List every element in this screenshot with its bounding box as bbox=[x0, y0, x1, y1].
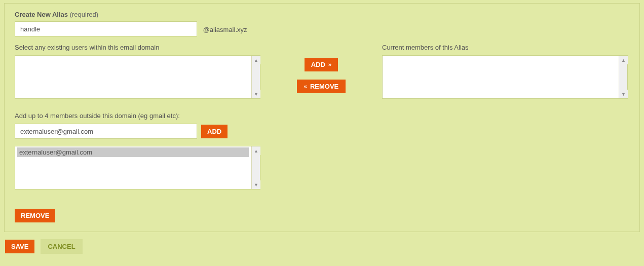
add-member-button[interactable]: ADD » bbox=[305, 58, 338, 71]
section-required: (required) bbox=[70, 11, 98, 18]
add-button-label: ADD bbox=[311, 61, 325, 68]
existing-users-label: Select any existing users within this em… bbox=[15, 44, 260, 51]
external-members-list[interactable]: externaluser@gmail.com ▲ ▼ bbox=[15, 146, 260, 189]
remove-button-label: REMOVE bbox=[310, 83, 338, 90]
remove-member-button[interactable]: « REMOVE bbox=[297, 80, 346, 93]
external-email-input[interactable] bbox=[15, 124, 197, 139]
scrollbar[interactable]: ▲ ▼ bbox=[251, 56, 260, 98]
scrollbar[interactable]: ▲ ▼ bbox=[619, 56, 627, 98]
current-members-list[interactable]: ▲ ▼ bbox=[382, 55, 628, 99]
save-button[interactable]: SAVE bbox=[5, 240, 34, 253]
current-members-label: Current members of this Alias bbox=[382, 44, 628, 51]
current-members-column: Current members of this Alias ▲ ▼ bbox=[382, 44, 628, 99]
scroll-up-icon[interactable]: ▲ bbox=[619, 56, 628, 64]
existing-users-list[interactable]: ▲ ▼ bbox=[15, 55, 260, 99]
add-external-button[interactable]: ADD bbox=[201, 125, 228, 138]
scrollbar[interactable]: ▲ ▼ bbox=[251, 146, 260, 189]
scroll-down-icon[interactable]: ▼ bbox=[252, 180, 260, 189]
list-item[interactable]: externaluser@gmail.com bbox=[17, 147, 249, 157]
existing-users-column: Select any existing users within this em… bbox=[15, 44, 260, 99]
scroll-up-icon[interactable]: ▲ bbox=[252, 146, 260, 155]
alias-domain-suffix: @aliasmail.xyz bbox=[203, 26, 247, 33]
alias-handle-input[interactable] bbox=[15, 21, 197, 36]
transfer-buttons: ADD » « REMOVE bbox=[266, 44, 377, 93]
chevron-right-icon: » bbox=[328, 62, 331, 67]
external-members-label: Add up to 4 members outside this domain … bbox=[15, 112, 629, 120]
section-title: Create New Alias bbox=[15, 11, 68, 18]
scroll-down-icon[interactable]: ▼ bbox=[252, 90, 260, 98]
cancel-button[interactable]: CANCEL bbox=[41, 239, 82, 254]
scroll-up-icon[interactable]: ▲ bbox=[252, 56, 260, 64]
remove-external-button[interactable]: REMOVE bbox=[15, 209, 55, 222]
scroll-down-icon[interactable]: ▼ bbox=[619, 90, 628, 98]
chevron-left-icon: « bbox=[304, 84, 307, 89]
